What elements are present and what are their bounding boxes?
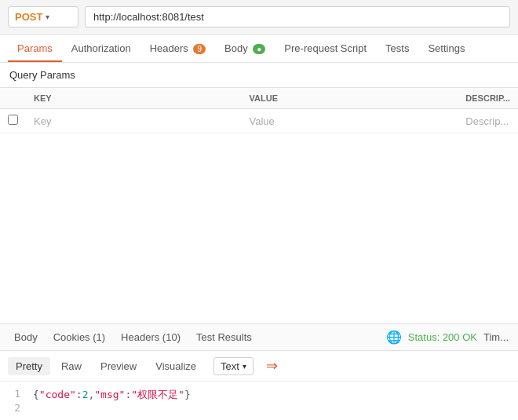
- format-pretty-btn[interactable]: Pretty: [8, 357, 50, 375]
- request-tabs: Params Authorization Headers 9 Body ● Pr…: [0, 35, 518, 63]
- format-visualize-btn[interactable]: Visualize: [148, 357, 204, 375]
- table-row: Key Value Descrip...: [0, 109, 518, 133]
- line-number-2: 2: [8, 402, 20, 414]
- time-label: Tim...: [483, 331, 509, 343]
- tab-prerequest[interactable]: Pre-request Script: [275, 35, 376, 62]
- dropdown-chevron-icon: ▾: [243, 362, 246, 371]
- key-cell[interactable]: Key: [26, 109, 242, 133]
- response-tab-testresults[interactable]: Test Results: [188, 324, 260, 350]
- code-content-1: {"code":2,"msg":"权限不足"}: [33, 388, 191, 402]
- format-raw-btn[interactable]: Raw: [53, 357, 89, 375]
- headers-badge: 9: [193, 44, 206, 54]
- row-checkbox[interactable]: [8, 115, 18, 125]
- top-bar: POST ▾: [0, 0, 518, 35]
- text-dropdown[interactable]: Text ▾: [213, 357, 254, 375]
- code-line-2: 2: [8, 402, 510, 414]
- format-preview-btn[interactable]: Preview: [93, 357, 144, 375]
- globe-icon: 🌐: [386, 330, 402, 345]
- format-bar: Pretty Raw Preview Visualize Text ▾ ⇒: [0, 351, 518, 382]
- status-area: 🌐 Status: 200 OK Tim...: [386, 330, 512, 345]
- value-cell[interactable]: Value: [242, 109, 458, 133]
- method-label: POST: [15, 11, 42, 23]
- tab-tests[interactable]: Tests: [376, 35, 418, 62]
- col-checkbox: [0, 88, 26, 109]
- status-badge: Status: 200 OK: [408, 331, 477, 343]
- col-description: DESCRIP...: [458, 88, 518, 109]
- body-badge: ●: [253, 44, 265, 54]
- tab-authorization[interactable]: Authorization: [62, 35, 140, 62]
- response-section: Body Cookies (1) Headers (10) Test Resul…: [0, 323, 518, 420]
- code-output: 1 {"code":2,"msg":"权限不足"} 2: [0, 382, 518, 420]
- url-input[interactable]: [85, 6, 510, 27]
- line-number-1: 1: [8, 388, 20, 402]
- response-tab-body[interactable]: Body: [6, 324, 46, 350]
- query-params-title: Query Params: [0, 63, 518, 88]
- tab-headers[interactable]: Headers 9: [140, 35, 215, 62]
- desc-cell[interactable]: Descrip...: [458, 109, 518, 133]
- tab-settings[interactable]: Settings: [418, 35, 474, 62]
- method-select[interactable]: POST ▾: [8, 6, 78, 27]
- chevron-down-icon: ▾: [46, 13, 49, 21]
- params-table: KEY VALUE DESCRIP... Key Value Descrip..…: [0, 88, 518, 133]
- wrap-icon: ⇒: [266, 358, 278, 374]
- col-key: KEY: [26, 88, 242, 109]
- col-value: VALUE: [242, 88, 458, 109]
- response-tabs-bar: Body Cookies (1) Headers (10) Test Resul…: [0, 324, 518, 351]
- wrap-button[interactable]: ⇒: [261, 356, 283, 376]
- response-tab-cookies[interactable]: Cookies (1): [46, 324, 113, 350]
- tab-body[interactable]: Body ●: [215, 35, 275, 62]
- row-checkbox-cell: [0, 109, 26, 133]
- response-tab-headers[interactable]: Headers (10): [113, 324, 188, 350]
- tab-params[interactable]: Params: [8, 35, 62, 62]
- code-line-1: 1 {"code":2,"msg":"权限不足"}: [8, 388, 510, 402]
